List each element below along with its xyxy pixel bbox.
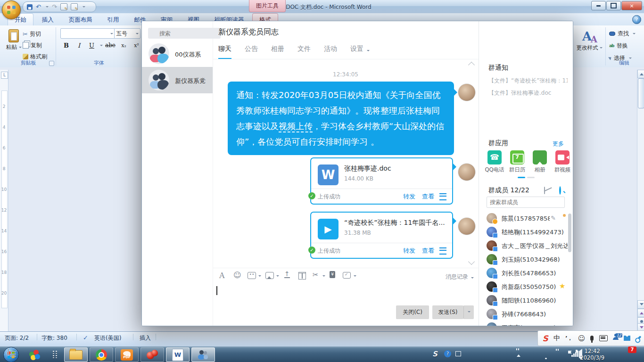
pagination-dot[interactable] <box>527 177 535 178</box>
tab-chat[interactable]: 聊天 <box>218 45 231 59</box>
sender-avatar[interactable] <box>458 163 476 181</box>
replace-button[interactable]: ab 替换 <box>609 41 628 50</box>
chinese-mode-icon[interactable]: 中 <box>553 334 560 343</box>
taskbar-media-button[interactable] <box>140 347 164 362</box>
image-icon[interactable] <box>265 272 274 279</box>
send-options-button[interactable] <box>463 305 474 319</box>
group-notice-item[interactable]: 【文件】“奇迹校长”张桂梅：11年... <box>488 77 568 85</box>
member-row[interactable]: 王亮育(41192987) <box>479 321 573 326</box>
file-menu-icon[interactable] <box>439 247 446 255</box>
cut-button[interactable]: 剪切 <box>23 29 41 39</box>
taskbar-word-button[interactable]: W <box>166 347 190 362</box>
status-word-count[interactable]: 字数: 380 <box>41 334 67 342</box>
emoji-picker-icon[interactable]: ☺ <box>578 334 586 343</box>
scroll-up-button[interactable] <box>637 70 644 78</box>
strikethrough-button[interactable]: abe <box>104 41 117 50</box>
scroll-down-button[interactable] <box>637 300 644 309</box>
voice-input-icon[interactable] <box>590 336 594 341</box>
sidebar-search-input[interactable] <box>148 28 221 39</box>
custom-macro2-icon[interactable] <box>71 3 78 10</box>
member-search-icon[interactable] <box>559 186 561 195</box>
tab-selector-box[interactable]: L <box>1 72 8 79</box>
sidebar-group-item-selected[interactable]: 新仪器系党 <box>142 67 213 93</box>
message-assistant-icon[interactable] <box>343 272 351 279</box>
taskbar-qq-button[interactable] <box>191 347 215 362</box>
forward-link[interactable]: 转发 <box>403 192 415 201</box>
member-row[interactable]: 尚新磊(35050750) ★ <box>479 280 573 294</box>
tab-activity[interactable]: 活动 <box>324 45 337 58</box>
sogou-logo-icon[interactable]: S <box>543 334 548 343</box>
expand-chevron-icon[interactable] <box>468 258 475 265</box>
subscript-button[interactable]: x₂ <box>118 41 130 50</box>
word-help-icon[interactable]: ? <box>632 15 641 24</box>
find-button[interactable]: 查找 <box>609 29 636 38</box>
settings-caret-icon[interactable] <box>367 50 370 53</box>
custom-macro-icon[interactable] <box>60 3 67 10</box>
taskbar-chrome-button[interactable] <box>90 347 113 362</box>
tray-sogou-icon[interactable]: S <box>432 350 438 358</box>
member-row[interactable]: 嵇艳鞠(1154992473) <box>479 225 573 239</box>
italic-button[interactable]: I <box>73 41 85 50</box>
pagination-dot-active[interactable] <box>518 177 525 178</box>
history-caret-icon[interactable] <box>471 277 474 280</box>
sidebar-group-item[interactable]: 00仪器系 <box>142 41 213 67</box>
file-menu-icon[interactable] <box>439 193 446 200</box>
group-calendar-icon[interactable]: 7 <box>510 150 524 165</box>
tab-page-layout[interactable]: 页面布局 <box>62 14 99 25</box>
close-button[interactable]: 关闭(C) <box>396 305 429 319</box>
font-name-combobox[interactable] <box>60 28 115 39</box>
send-button[interactable]: 发送(S) <box>432 305 463 319</box>
font-size-combobox[interactable]: 五号 <box>114 28 140 39</box>
app-label[interactable]: 群日历 <box>506 166 528 173</box>
sender-avatar[interactable] <box>458 83 476 101</box>
taskbar-foxit-button[interactable]: PDF <box>115 347 139 362</box>
more-link[interactable]: 更多 <box>553 140 564 148</box>
taskbar-clock[interactable]: 12:42 2020/3/9 <box>580 348 604 361</box>
taskbar-explorer-button[interactable] <box>64 347 88 362</box>
member-row[interactable]: 随阳轶(11086960) <box>479 294 573 307</box>
screenshot-scissors-icon[interactable]: ✂ <box>313 271 319 279</box>
taskbar-app-360[interactable] <box>23 347 46 362</box>
taskbar-separator-handle[interactable] <box>53 351 58 358</box>
emoji-icon[interactable]: ☺ <box>233 271 241 280</box>
member-list-scrollbar[interactable] <box>568 214 571 252</box>
edit-card-icon[interactable]: ✎ <box>551 214 556 222</box>
previous-page-button[interactable] <box>637 309 644 317</box>
sticker-icon[interactable] <box>248 272 256 279</box>
tab-announcement[interactable]: 公告 <box>245 45 258 58</box>
tab-references[interactable]: 引用 <box>100 14 125 25</box>
undo-caret-icon[interactable] <box>46 6 49 9</box>
punctuation-icon[interactable]: ’， <box>565 335 572 342</box>
scrollbar-thumb[interactable] <box>638 78 644 108</box>
file-card-video[interactable]: ▶ “奇迹校长”张桂梅：11年圆千名... 31.38 MB ✓ 上传成功 转发… <box>310 212 453 259</box>
qq-call-icon[interactable]: ☎ <box>487 150 502 165</box>
group-album-icon[interactable] <box>533 150 547 165</box>
qat-customize-caret-icon[interactable] <box>83 6 85 9</box>
word-minimize-button[interactable] <box>591 1 606 10</box>
status-language[interactable]: 英语(美国) <box>94 334 121 342</box>
word-close-button[interactable]: × <box>621 1 642 10</box>
collapse-chevron-icon[interactable] <box>468 62 475 68</box>
tab-insert[interactable]: 插入 <box>35 14 60 25</box>
sender-avatar[interactable] <box>458 217 476 235</box>
tab-files[interactable]: 文件 <box>297 45 311 58</box>
network-signal-icon[interactable] <box>571 351 578 357</box>
message-history-link[interactable]: 消息记录 <box>446 273 468 281</box>
mute-messages-icon[interactable] <box>544 187 545 194</box>
word-vertical-scrollbar[interactable] <box>637 70 644 331</box>
status-page[interactable]: 页面: 2/2 <box>5 334 29 342</box>
copy-button[interactable]: 复制 <box>23 41 42 50</box>
app-label[interactable]: 相册 <box>529 166 551 173</box>
member-row[interactable]: 陈晨(157857858) ✎ <box>479 212 573 225</box>
underline-button[interactable]: U <box>86 41 98 50</box>
soft-keyboard-icon[interactable] <box>599 335 608 341</box>
app-label[interactable]: 群视频 <box>552 166 573 173</box>
group-video-icon[interactable] <box>555 150 570 165</box>
font-style-icon[interactable]: A <box>219 271 225 280</box>
member-row[interactable]: 吉大＿医学仪器＿刘光达(1 <box>479 239 573 253</box>
upload-file-icon[interactable]: ↑ <box>284 271 290 278</box>
tray-restore-icon[interactable] <box>455 351 461 356</box>
hidden-icons-chevron[interactable] <box>517 353 520 357</box>
red-packet-icon[interactable]: ¥ <box>330 271 335 278</box>
status-insert-mode[interactable]: 插入 <box>140 334 151 342</box>
